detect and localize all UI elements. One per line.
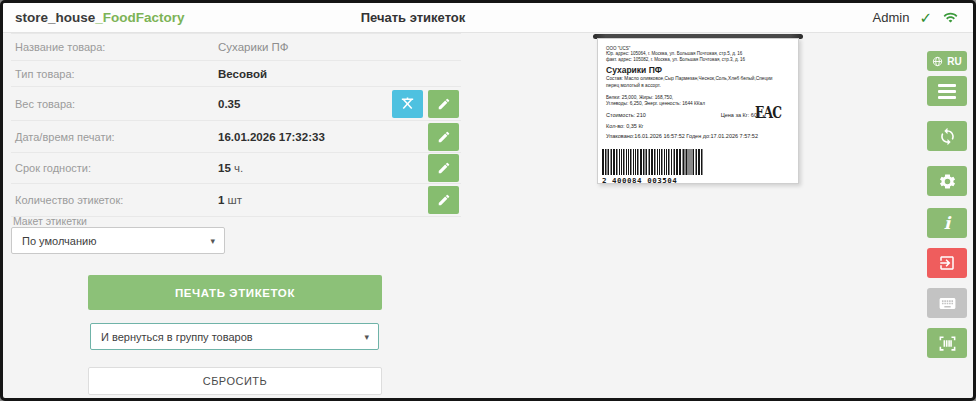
label-composition: Состав: Масло оливковое,Сыр Пармезан,Чес…	[606, 76, 774, 88]
barcode-number: 2 400084 003504	[602, 176, 704, 185]
logout-button[interactable]	[927, 248, 967, 278]
label-packed-date: Упаковано:16.01.2026 16:57:52	[606, 133, 685, 139]
scale-icon	[399, 95, 416, 112]
form-row-weight: Вес товара: 0.35	[11, 87, 461, 121]
user-name: Admin	[873, 10, 910, 25]
menu-icon	[938, 84, 956, 99]
weight-value: 0.35	[218, 98, 240, 110]
field-label: Срок годности:	[15, 162, 91, 174]
label-actual-address: факт. адрес: 105082, г. Москва, ул. Боль…	[606, 57, 808, 63]
barcode-scan-button[interactable]	[927, 328, 967, 358]
product-form: Название товара: Сухарики ПФ Тип товара:…	[11, 33, 461, 217]
barcode-bars	[602, 149, 704, 175]
label-valid-until: Годен до:17.01.2026 7:57:52	[686, 133, 758, 139]
field-label: Тип товара:	[15, 68, 75, 80]
edit-label-count-button[interactable]	[428, 186, 459, 214]
print-labels-button[interactable]: ПЕЧАТЬ ЭТИКЕТОК	[88, 275, 382, 310]
weigh-on-scale-button[interactable]	[392, 90, 423, 118]
layout-select-label: Макет этикетки	[13, 215, 87, 227]
logo-accent: _FoodFactory	[95, 10, 184, 25]
form-row-product-type: Тип товара: Весовой	[11, 61, 461, 87]
reset-button[interactable]: СБРОСИТЬ	[88, 367, 382, 395]
app-logo: store_house_FoodFactory	[15, 3, 185, 32]
pencil-icon	[437, 130, 451, 144]
connection-check-icon: ✓	[919, 9, 932, 27]
logo-primary: store_house	[15, 10, 95, 25]
info-icon: i	[944, 213, 950, 233]
chevron-down-icon: ▾	[210, 236, 215, 246]
field-label: Дата/время печати:	[15, 131, 115, 143]
form-row-product-name: Название товара: Сухарики ПФ	[11, 34, 461, 61]
form-row-shelf-life: Срок годности: 15 ч.	[11, 153, 461, 184]
logout-icon	[938, 254, 956, 272]
edit-datetime-button[interactable]	[428, 123, 459, 151]
keyboard-button[interactable]	[927, 288, 967, 318]
product-type-value: Весовой	[218, 68, 267, 80]
globe-icon	[932, 56, 943, 67]
chevron-down-icon: ▾	[364, 332, 369, 342]
label-cost: Стоимость: 210	[606, 112, 646, 118]
pencil-icon	[437, 161, 451, 175]
shelf-life-unit: ч.	[231, 162, 243, 174]
label-product-name: Сухарики ПФ	[606, 65, 808, 75]
form-row-print-datetime: Дата/время печати: 16.01.2026 17:32:33	[11, 121, 461, 153]
keyboard-icon	[938, 294, 957, 313]
edit-weight-button[interactable]	[428, 90, 459, 118]
barcode: 2 400084 003504	[602, 149, 704, 185]
wifi-icon	[942, 10, 959, 25]
form-row-label-count: Количество этикеток: 1 шт	[11, 184, 461, 217]
label-count-unit: шт	[224, 194, 242, 206]
sync-icon	[938, 127, 957, 146]
language-label: RU	[947, 56, 961, 67]
barcode-scan-icon	[938, 334, 957, 353]
sync-button[interactable]	[927, 121, 967, 151]
app-window: store_house_FoodFactory Печать этикеток …	[0, 0, 976, 401]
pencil-icon	[437, 97, 451, 111]
info-button[interactable]: i	[927, 208, 967, 238]
print-datetime-value: 16.01.2026 17:32:33	[218, 131, 325, 143]
shelf-life-value: 15	[218, 162, 231, 174]
menu-button[interactable]	[927, 76, 967, 106]
settings-button[interactable]	[927, 166, 967, 196]
edit-shelf-life-button[interactable]	[428, 154, 459, 182]
user-box: Admin ✓	[873, 3, 959, 32]
field-label: Название товара:	[15, 41, 105, 53]
pencil-icon	[437, 193, 451, 207]
after-print-action-select[interactable]: И вернуться в группу товаров ▾	[90, 323, 379, 350]
layout-selected-value: По умолчанию	[22, 235, 96, 247]
top-bar: store_house_FoodFactory Печать этикеток …	[3, 3, 973, 33]
label-preview: ООО "UCS" Юр. адрес: 105064, г. Москва, …	[597, 38, 799, 184]
page-title: Печать этикеток	[361, 3, 466, 32]
field-label: Количество этикеток:	[15, 194, 123, 206]
gear-icon	[938, 172, 957, 191]
eac-mark: ЕАС	[755, 102, 781, 122]
language-button[interactable]: RU	[927, 51, 967, 71]
after-print-selected-value: И вернуться в группу товаров	[101, 331, 253, 343]
label-quantity: Кол-во: 0,35 Кг	[606, 122, 808, 128]
field-label: Вес товара:	[15, 98, 75, 110]
layout-select[interactable]: По умолчанию ▾	[11, 227, 225, 254]
product-name-value: Сухарики ПФ	[218, 41, 289, 53]
